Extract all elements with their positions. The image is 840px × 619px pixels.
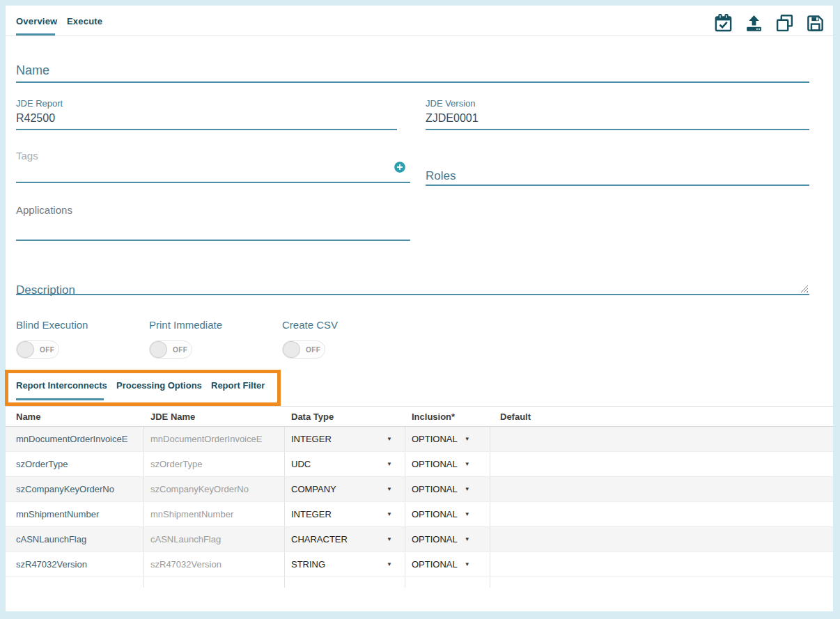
- data-type-select[interactable]: CHARACTER▼: [291, 534, 405, 544]
- cell-name: szOrderType: [6, 452, 144, 476]
- column-separator-stub: [405, 577, 405, 588]
- column-separator-stub: [284, 577, 285, 588]
- toolbar: [713, 13, 825, 33]
- column-header-data-type: Data Type: [285, 407, 405, 426]
- toggle-state-label: OFF: [40, 346, 54, 354]
- tab-overview[interactable]: Overview: [16, 16, 57, 26]
- dropdown-arrow-icon: ▼: [465, 436, 470, 442]
- cell-jde-name: mnDocumentOrderInvoiceE: [144, 427, 285, 451]
- active-section-tab-indicator: [16, 398, 104, 400]
- jde-version-value[interactable]: ZJDE0001: [426, 112, 809, 125]
- column-header-name: Name: [6, 407, 144, 426]
- jde-version-underline: [426, 129, 809, 130]
- inclusion-select[interactable]: OPTIONAL▼: [412, 534, 470, 544]
- column-separator-stub: [143, 577, 144, 588]
- dropdown-arrow-icon: ▼: [465, 511, 470, 517]
- blind-execution-toggle[interactable]: OFF: [16, 340, 59, 359]
- roles-input[interactable]: [426, 185, 809, 186]
- tab-report-interconnects[interactable]: Report Interconnects: [16, 380, 107, 391]
- print-immediate-toggle[interactable]: OFF: [149, 340, 192, 359]
- jde-report-value[interactable]: R42500: [16, 112, 397, 125]
- save-icon[interactable]: [805, 13, 825, 33]
- upload-icon[interactable]: [744, 13, 764, 33]
- inclusion-select[interactable]: OPTIONAL▼: [412, 484, 470, 494]
- tags-field-label: Tags: [16, 150, 38, 162]
- dropdown-arrow-icon: ▼: [387, 436, 392, 442]
- dropdown-arrow-icon: ▼: [465, 561, 470, 567]
- tab-execute[interactable]: Execute: [67, 16, 102, 26]
- dropdown-arrow-icon: ▼: [465, 486, 470, 492]
- create-csv-toggle[interactable]: OFF: [282, 340, 325, 359]
- cell-jde-name: szCompanyKeyOrderNo: [144, 477, 285, 501]
- data-type-select[interactable]: INTEGER▼: [291, 509, 405, 519]
- name-field-label: Name: [16, 63, 49, 78]
- table-header-row: Name JDE Name Data Type Inclusion* Defau…: [6, 406, 833, 427]
- cell-name: szCompanyKeyOrderNo: [6, 477, 144, 501]
- inclusion-select[interactable]: OPTIONAL▼: [412, 509, 470, 519]
- data-type-select[interactable]: COMPANY▼: [291, 484, 405, 494]
- column-separator-stub: [490, 577, 490, 588]
- cell-jde-name: cASNLaunchFlag: [144, 527, 285, 551]
- table-row: cASNLaunchFlag cASNLaunchFlag CHARACTER▼…: [6, 527, 833, 552]
- dropdown-arrow-icon: ▼: [387, 486, 392, 492]
- description-field-label: Description: [16, 283, 75, 297]
- textarea-resize-handle-icon[interactable]: [800, 285, 808, 292]
- dropdown-arrow-icon: ▼: [387, 511, 392, 517]
- table-row: szCompanyKeyOrderNo szCompanyKeyOrderNo …: [6, 477, 833, 502]
- inclusion-select[interactable]: OPTIONAL▼: [412, 459, 470, 469]
- cell-name: szR47032Version: [6, 552, 144, 577]
- cell-default[interactable]: [490, 427, 833, 451]
- cell-default[interactable]: [490, 452, 833, 476]
- inclusion-select[interactable]: OPTIONAL▼: [412, 434, 470, 444]
- jde-report-label: JDE Report: [16, 98, 397, 109]
- cell-jde-name: szR47032Version: [144, 552, 285, 577]
- cell-jde-name: szOrderType: [144, 452, 285, 476]
- description-textarea[interactable]: [16, 294, 809, 295]
- dropdown-arrow-icon: ▼: [387, 536, 392, 542]
- inclusion-select[interactable]: OPTIONAL▼: [412, 559, 470, 570]
- print-immediate-label: Print Immediate: [149, 319, 222, 331]
- jde-report-underline: [16, 129, 397, 130]
- interconnects-table: Name JDE Name Data Type Inclusion* Defau…: [6, 406, 833, 577]
- blind-execution-label: Blind Execution: [16, 319, 88, 331]
- toggle-knob: [283, 341, 300, 358]
- create-csv-label: Create CSV: [282, 319, 338, 331]
- cell-default[interactable]: [490, 552, 833, 577]
- column-header-jde-name: JDE Name: [144, 407, 285, 426]
- name-input[interactable]: [16, 81, 809, 83]
- dropdown-arrow-icon: ▼: [387, 561, 392, 567]
- tab-processing-options[interactable]: Processing Options: [116, 380, 202, 391]
- tags-input[interactable]: [16, 182, 410, 183]
- schedule-calendar-check-icon[interactable]: [713, 13, 733, 33]
- data-type-select[interactable]: INTEGER▼: [291, 434, 405, 444]
- tab-report-filter[interactable]: Report Filter: [211, 380, 265, 391]
- applications-field-label: Applications: [16, 204, 72, 216]
- jde-report-field[interactable]: JDE Report R42500: [16, 98, 397, 130]
- toggle-knob: [150, 341, 167, 358]
- cell-default[interactable]: [490, 527, 833, 551]
- toggle-knob: [17, 341, 34, 358]
- table-row: szOrderType szOrderType UDC▼ OPTIONAL▼: [6, 452, 833, 477]
- main-card: Overview Execute: [6, 6, 833, 611]
- applications-input[interactable]: [16, 240, 410, 241]
- cell-default[interactable]: [490, 477, 833, 501]
- cell-jde-name: mnShipmentNumber: [144, 502, 285, 526]
- table-row: mnShipmentNumber mnShipmentNumber INTEGE…: [6, 502, 833, 527]
- cell-name: mnDocumentOrderInvoiceE: [6, 427, 144, 451]
- copy-icon[interactable]: [775, 13, 795, 33]
- toggle-state-label: OFF: [173, 346, 187, 354]
- dropdown-arrow-icon: ▼: [465, 536, 470, 542]
- cell-default[interactable]: [490, 502, 833, 526]
- table-row: mnDocumentOrderInvoiceE mnDocumentOrderI…: [6, 427, 833, 452]
- add-tag-button[interactable]: [394, 161, 406, 173]
- tabbar-divider: [6, 36, 833, 36]
- jde-version-field[interactable]: JDE Version ZJDE0001: [426, 98, 809, 130]
- data-type-select[interactable]: STRING▼: [291, 559, 405, 570]
- data-type-select[interactable]: UDC▼: [291, 459, 405, 469]
- cell-name: mnShipmentNumber: [6, 502, 144, 526]
- dropdown-arrow-icon: ▼: [387, 461, 392, 467]
- toggle-state-label: OFF: [306, 346, 320, 354]
- column-header-inclusion: Inclusion*: [405, 407, 490, 426]
- roles-field-label: Roles: [426, 169, 456, 183]
- dropdown-arrow-icon: ▼: [465, 461, 470, 467]
